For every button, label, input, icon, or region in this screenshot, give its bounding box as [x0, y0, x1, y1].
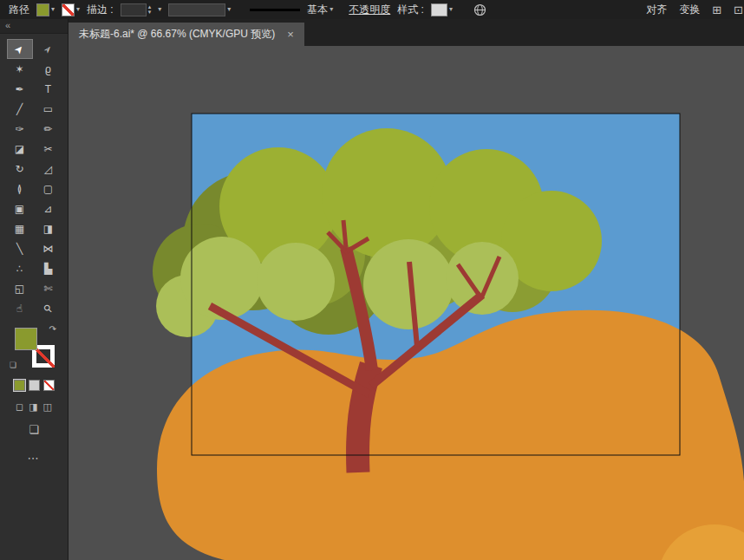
- variable-width-profile-field[interactable]: [168, 3, 225, 16]
- shape-builder-tool[interactable]: ▣: [8, 199, 32, 218]
- tree-trunk[interactable]: [358, 365, 371, 472]
- gradient-tool[interactable]: ◨: [36, 219, 61, 238]
- canopy-blob[interactable]: [363, 239, 454, 329]
- zoom-tool[interactable]: ⚲: [36, 299, 61, 317]
- main-area: « ➤ ➢ ✶ ϱ ✒ T ╱ ▭ ✑ ✏ ◪ ✂ ↻ ◿ ≬ ▢ ▣ ⊿ ▦: [0, 19, 744, 560]
- fill-color-dropdown[interactable]: ▾: [36, 3, 55, 16]
- draw-behind-icon[interactable]: ◨: [29, 401, 37, 413]
- rotate-tool[interactable]: ↻: [8, 160, 32, 178]
- mesh-tool[interactable]: ▦: [8, 219, 32, 238]
- style-label: 样式 :: [397, 3, 424, 17]
- tool-grid: ➤ ➢ ✶ ϱ ✒ T ╱ ▭ ✑ ✏ ◪ ✂ ↻ ◿ ≬ ▢ ▣ ⊿ ▦ ◨: [8, 40, 61, 317]
- slice-tool[interactable]: ✄: [36, 279, 61, 297]
- close-icon[interactable]: ×: [287, 28, 294, 41]
- stepper-down-icon[interactable]: ▾: [148, 10, 152, 15]
- chevron-down-icon: ▾: [76, 6, 80, 13]
- object-type-label: 路径: [9, 3, 29, 17]
- symbol-sprayer-tool[interactable]: ∴: [8, 259, 32, 277]
- tree-twig[interactable]: [343, 220, 346, 248]
- hand-tool[interactable]: ☝: [8, 299, 32, 317]
- blend-tool[interactable]: ⋈: [36, 239, 61, 257]
- canopy-blob[interactable]: [257, 243, 335, 321]
- eyedropper-tool[interactable]: ╲: [8, 239, 32, 257]
- apply-none-button[interactable]: [43, 380, 55, 391]
- panel-grid-clipped-icon[interactable]: ⊡: [734, 4, 743, 16]
- canvas[interactable]: [69, 46, 744, 560]
- chevron-down-icon: ▾: [227, 6, 231, 13]
- artboard-tool[interactable]: ◱: [8, 279, 32, 297]
- stepper-arrows-icon[interactable]: ▴ ▾: [148, 4, 152, 15]
- apply-gradient-button[interactable]: [29, 380, 40, 391]
- style-swatch[interactable]: [431, 3, 447, 16]
- more-tools-icon[interactable]: ⋯: [28, 452, 41, 465]
- fill-color-swatch[interactable]: [36, 3, 49, 16]
- scale-tool[interactable]: ◿: [36, 160, 61, 178]
- stroke-color-dropdown[interactable]: ▾: [62, 3, 80, 16]
- style-dropdown[interactable]: ▾: [431, 3, 453, 16]
- magic-wand-tool[interactable]: ✶: [8, 60, 32, 78]
- line-tool[interactable]: ╱: [8, 100, 32, 118]
- eraser-tool[interactable]: ◪: [8, 140, 32, 158]
- width-tool[interactable]: ≬: [8, 179, 32, 198]
- fill-indicator[interactable]: [15, 328, 37, 350]
- stroke-width-field[interactable]: [121, 3, 147, 16]
- rectangle-tool[interactable]: ▭: [36, 100, 61, 118]
- direct-selection-tool-icon: ➢: [42, 42, 55, 55]
- canopy-blob[interactable]: [446, 242, 519, 315]
- transform-button[interactable]: 变换: [679, 3, 700, 17]
- draw-inside-icon[interactable]: ◫: [43, 401, 52, 413]
- selection-tool[interactable]: ➤: [8, 40, 32, 58]
- illustrator-window: 路径 ▾ ▾ 描边 : ▴ ▾ ▾ ▾ 基本 ▾ 不透明度 样: [0, 0, 744, 560]
- free-transform-tool[interactable]: ▢: [36, 179, 61, 198]
- canopy-blob[interactable]: [180, 237, 264, 320]
- column-graph-tool[interactable]: ▙: [36, 259, 61, 277]
- align-button[interactable]: 对齐: [646, 3, 667, 17]
- panel-collapse-button[interactable]: «: [0, 19, 68, 34]
- chevron-down-icon: ▾: [330, 6, 333, 13]
- variable-width-profile-dropdown[interactable]: ▾: [168, 3, 231, 16]
- panel-grid-icon[interactable]: ⊞: [712, 4, 721, 16]
- direct-selection-tool[interactable]: ➢: [36, 40, 61, 58]
- brush-definition-dropdown[interactable]: ▾: [158, 6, 161, 13]
- apply-color-group: [14, 380, 55, 391]
- swap-fill-stroke-icon[interactable]: ↷: [49, 324, 56, 334]
- perspective-grid-tool[interactable]: ⊿: [36, 199, 61, 218]
- tools-panel: « ➤ ➢ ✶ ϱ ✒ T ╱ ▭ ✑ ✏ ◪ ✂ ↻ ◿ ≬ ▢ ▣ ⊿ ▦: [0, 19, 69, 560]
- stroke-width-stepper[interactable]: ▴ ▾: [121, 3, 152, 16]
- control-bar-right-group: 对齐 变换 ⊞ ⊡: [646, 3, 735, 17]
- draw-normal-icon[interactable]: ◻: [16, 401, 23, 413]
- document-tab[interactable]: 未标题-6.ai* @ 66.67% (CMYK/GPU 预览) ×: [69, 23, 304, 46]
- pencil-tool[interactable]: ✏: [36, 120, 61, 138]
- scissors-tool[interactable]: ✂: [36, 140, 61, 158]
- document-tab-title: 未标题-6.ai* @ 66.67% (CMYK/GPU 预览): [79, 27, 275, 42]
- chevron-down-icon: ▾: [449, 6, 453, 13]
- paintbrush-tool[interactable]: ✑: [8, 120, 32, 138]
- apply-color-button[interactable]: [14, 380, 25, 391]
- artwork-svg: [69, 46, 744, 560]
- pen-tool[interactable]: ✒: [8, 80, 32, 98]
- opacity-link[interactable]: 不透明度: [349, 3, 390, 17]
- type-tool[interactable]: T: [36, 80, 61, 98]
- globe-icon[interactable]: [473, 3, 486, 16]
- stroke-width-label: 描边 :: [87, 3, 114, 17]
- lasso-tool[interactable]: ϱ: [36, 60, 61, 78]
- chevron-down-icon: ▾: [51, 6, 55, 13]
- document-tab-bar: 未标题-6.ai* @ 66.67% (CMYK/GPU 预览) ×: [69, 19, 744, 46]
- default-fill-stroke-icon[interactable]: ❏: [10, 361, 16, 369]
- stroke-style-preview: [250, 9, 300, 11]
- document-area: 未标题-6.ai* @ 66.67% (CMYK/GPU 预览) ×: [69, 19, 744, 560]
- stroke-color-swatch[interactable]: [62, 3, 75, 16]
- stroke-profile-dropdown[interactable]: 基本 ▾: [250, 3, 333, 17]
- stroke-profile-label: 基本: [307, 3, 328, 17]
- draw-mode-group: ◻ ◨ ◫: [16, 401, 52, 413]
- screen-mode-icon[interactable]: ❏: [29, 423, 39, 436]
- selection-tool-icon: ➤: [13, 42, 27, 55]
- control-bar: 路径 ▾ ▾ 描边 : ▴ ▾ ▾ ▾ 基本 ▾ 不透明度 样: [0, 0, 744, 19]
- fill-stroke-indicator: ↷ ❏: [13, 326, 55, 368]
- zoom-tool-icon: ⚲: [42, 302, 55, 315]
